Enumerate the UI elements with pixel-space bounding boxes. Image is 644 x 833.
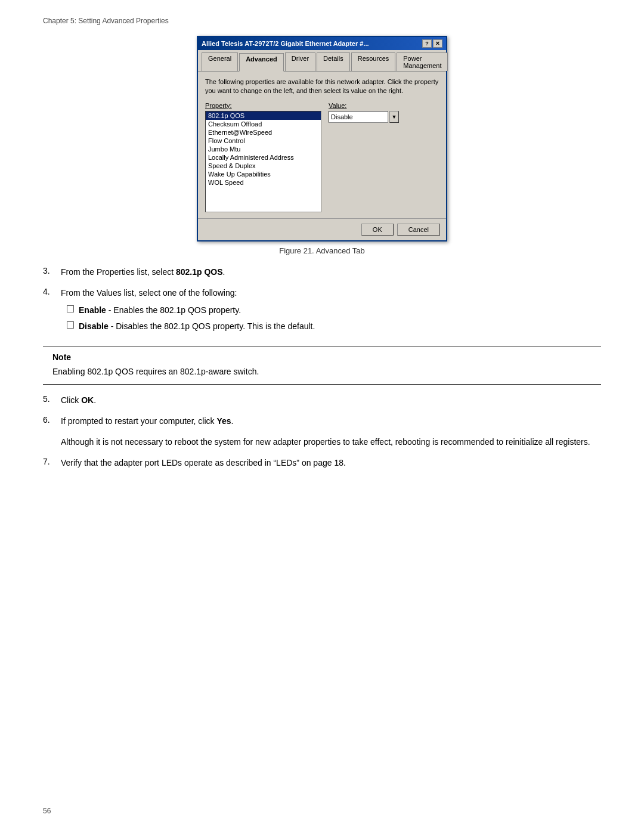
dialog-titlebar: Allied Telesis AT-2972T/2 Gigabit Ethern… <box>198 37 446 50</box>
ok-button[interactable]: OK <box>361 224 394 236</box>
step-6-continuation: Although it is not necessary to reboot t… <box>43 436 601 448</box>
note-box: Note Enabling 802.1p QOS requires an 802… <box>43 346 601 385</box>
step-5-number: 5. <box>43 394 55 404</box>
dialog-footer: OK Cancel <box>198 218 446 240</box>
help-button[interactable]: ? <box>422 39 432 48</box>
step-6: 6. If prompted to restart your computer,… <box>43 415 601 428</box>
step-4-text: From the Values list, select one of the … <box>61 287 315 336</box>
step-6-number: 6. <box>43 415 55 425</box>
dialog-window: Allied Telesis AT-2972T/2 Gigabit Ethern… <box>197 36 447 241</box>
close-button[interactable]: ✕ <box>433 39 442 48</box>
prop-item-wirespeed[interactable]: Ethernet@WireSpeed <box>206 128 321 137</box>
step-7: 7. Verify that the adapter port LEDs ope… <box>43 457 601 469</box>
sub-item-disable: Disable - Disables the 802.1p QOS proper… <box>67 320 315 333</box>
step-3: 3. From the Properties list, select 802.… <box>43 266 601 278</box>
step-3-text: From the Properties list, select 802.1p … <box>61 266 225 278</box>
dialog-screenshot: Allied Telesis AT-2972T/2 Gigabit Ethern… <box>43 36 601 255</box>
step-6-bold: Yes <box>216 416 231 426</box>
prop-item-wakeup[interactable]: Wake Up Capabilities <box>206 170 321 178</box>
note-text: Enabling 802.1p QOS requires an 802.1p-a… <box>52 366 592 378</box>
dialog-title: Allied Telesis AT-2972T/2 Gigabit Ethern… <box>202 40 369 47</box>
sub-item-disable-text: Disable - Disables the 802.1p QOS proper… <box>79 320 315 333</box>
step-4-number: 4. <box>43 287 55 296</box>
step-6-cont-text: Although it is not necessary to reboot t… <box>61 436 590 448</box>
step-5-text: Click OK. <box>61 394 96 407</box>
tab-details[interactable]: Details <box>317 52 350 71</box>
step-7-number: 7. <box>43 457 55 466</box>
property-label: Property: <box>205 102 321 109</box>
prop-item-flowcontrol[interactable]: Flow Control <box>206 137 321 145</box>
content-area: Allied Telesis AT-2972T/2 Gigabit Ethern… <box>43 36 601 478</box>
tab-driver[interactable]: Driver <box>285 52 315 71</box>
prop-item-wolspeed[interactable]: WOL Speed <box>206 178 321 187</box>
page-number: 56 <box>43 807 51 815</box>
note-title: Note <box>52 352 592 362</box>
header-text: Chapter 5: Setting Advanced Properties <box>43 17 169 25</box>
step-5-bold: OK <box>81 395 94 405</box>
titlebar-left: Allied Telesis AT-2972T/2 Gigabit Ethern… <box>202 40 369 47</box>
chapter-header: Chapter 5: Setting Advanced Properties <box>43 17 169 25</box>
tab-general[interactable]: General <box>202 52 238 71</box>
dropdown-arrow[interactable]: ▼ <box>389 111 399 123</box>
dialog-body: The following properties are available f… <box>198 72 446 218</box>
steps-list: 3. From the Properties list, select 802.… <box>43 266 601 469</box>
titlebar-buttons: ? ✕ <box>422 39 442 48</box>
figure-caption: Figure 21. Advanced Tab <box>279 246 365 255</box>
value-section: Value: ▼ <box>329 102 439 123</box>
step-5: 5. Click OK. <box>43 394 601 407</box>
prop-value-row: Property: 802.1p QOS Checksum Offload Et… <box>205 102 439 212</box>
prop-item-checksum[interactable]: Checksum Offload <box>206 120 321 128</box>
tab-power-management[interactable]: Power Management <box>397 52 448 71</box>
sub-list: Enable - Enables the 802.1p QOS property… <box>67 304 315 333</box>
dialog-tabs: General Advanced Driver Details Resource… <box>198 50 446 72</box>
value-label: Value: <box>329 102 439 109</box>
sub-item-enable-text: Enable - Enables the 802.1p QOS property… <box>79 304 241 317</box>
property-section: Property: 802.1p QOS Checksum Offload Et… <box>205 102 321 212</box>
prop-item-localaddr[interactable]: Locally Administered Address <box>206 153 321 162</box>
checkbox-enable <box>67 305 74 312</box>
cancel-button[interactable]: Cancel <box>397 224 440 236</box>
step-7-text: Verify that the adapter port LEDs operat… <box>61 457 346 469</box>
prop-item-802qos[interactable]: 802.1p QOS <box>206 112 321 120</box>
prop-item-jumbomtu[interactable]: Jumbo Mtu <box>206 145 321 153</box>
step-4: 4. From the Values list, select one of t… <box>43 287 601 336</box>
step-3-number: 3. <box>43 266 55 275</box>
prop-item-speedduplex[interactable]: Speed & Duplex <box>206 162 321 170</box>
checkbox-disable <box>67 321 74 329</box>
value-dropdown: ▼ <box>329 111 439 123</box>
tab-resources[interactable]: Resources <box>351 52 396 71</box>
step-6-text: If prompted to restart your computer, cl… <box>61 415 233 428</box>
value-input[interactable] <box>329 111 388 123</box>
step-3-bold: 802.1p QOS <box>176 267 223 277</box>
property-list[interactable]: 802.1p QOS Checksum Offload Ethernet@Wir… <box>205 111 321 212</box>
dialog-description: The following properties are available f… <box>205 78 439 96</box>
tab-advanced[interactable]: Advanced <box>239 53 284 72</box>
sub-item-enable: Enable - Enables the 802.1p QOS property… <box>67 304 315 317</box>
